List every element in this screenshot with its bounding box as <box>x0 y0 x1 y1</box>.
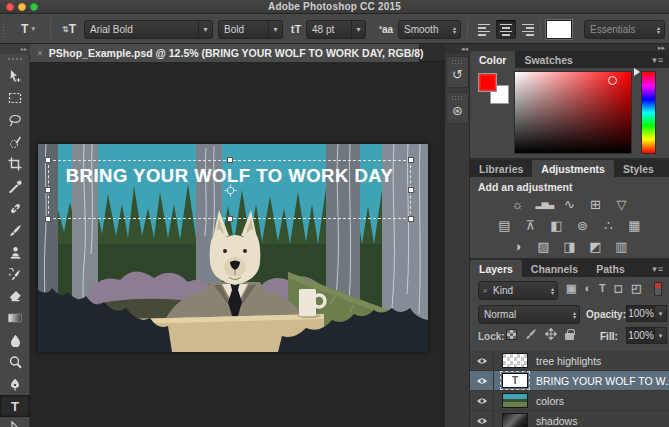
adjustment-brightness-contrast-icon[interactable]: ☼ <box>510 197 526 212</box>
tool-crop[interactable] <box>0 153 30 175</box>
layer-row-tree-highlights[interactable]: tree highlights <box>470 351 669 371</box>
align-right-button[interactable] <box>518 20 538 39</box>
transform-handle-middle-right[interactable] <box>408 187 414 193</box>
layer-name[interactable]: shadows <box>536 415 577 427</box>
anti-alias-select[interactable]: Smooth ▴▾ <box>398 20 461 39</box>
layer-row-shadows[interactable]: shadows <box>470 411 669 427</box>
lock-all-icon[interactable] <box>565 333 574 340</box>
saturation-brightness-field[interactable] <box>514 71 632 154</box>
tool-eyedropper[interactable] <box>0 175 30 197</box>
transform-reference-point-icon[interactable] <box>224 184 237 197</box>
adjustment-black-and-white-icon[interactable]: ◧ <box>549 218 565 233</box>
tool-blur[interactable] <box>0 329 30 351</box>
fill-value[interactable]: 100% <box>626 327 656 344</box>
layer-thumbnail[interactable] <box>502 413 528 427</box>
layer-thumbnail[interactable]: T <box>502 373 528 388</box>
tool-eraser[interactable] <box>0 285 30 307</box>
font-style-select[interactable]: Bold ▾ <box>218 20 283 39</box>
adjustment-threshold-icon[interactable]: ◨ <box>562 239 578 254</box>
transform-handle-bottom-right[interactable] <box>408 216 414 222</box>
lock-transparent-pixels-icon[interactable] <box>506 329 517 340</box>
transform-handle-top-left[interactable] <box>45 157 51 163</box>
tool-path-selection[interactable] <box>0 417 30 427</box>
filter-smart-object-icon[interactable]: ◰ <box>631 282 641 295</box>
panel-menu-icon[interactable]: ▾≡ <box>646 51 669 68</box>
adjustment-channel-mixer-icon[interactable]: ∴ <box>601 218 617 233</box>
adjustment-color-lookup-icon[interactable]: ▦ <box>627 218 643 233</box>
transform-handle-middle-left[interactable] <box>45 187 51 193</box>
adjustment-color-balance-icon[interactable]: ⊼ <box>523 218 539 233</box>
blend-mode-select[interactable]: Normal ▴▾ <box>478 305 580 324</box>
layer-thumbnail[interactable] <box>502 353 528 368</box>
tool-brush[interactable] <box>0 219 30 241</box>
tab-adjustments[interactable]: Adjustments <box>532 160 614 177</box>
tool-type[interactable]: T <box>0 395 30 417</box>
dock-collapse-icon[interactable]: ▸▸ <box>470 44 669 51</box>
font-family-select[interactable]: Arial Bold ▾ <box>84 20 213 39</box>
device-preview-panel-button[interactable]: ⊛ <box>446 92 469 124</box>
tool-pen[interactable] <box>0 373 30 395</box>
visibility-toggle[interactable] <box>470 411 494 427</box>
tab-layers[interactable]: Layers <box>470 260 522 277</box>
tab-swatches[interactable]: Swatches <box>515 51 581 68</box>
color-field-cursor[interactable] <box>608 76 617 85</box>
layer-name[interactable]: colors <box>536 395 564 407</box>
tab-styles[interactable]: Styles <box>614 160 663 177</box>
panel-menu-icon[interactable]: ▾≡ <box>646 260 669 277</box>
layer-row-headline-text[interactable]: T BRING YOUR WOLF TO W... <box>470 371 669 391</box>
tab-color[interactable]: Color <box>470 51 515 68</box>
adjustment-selective-color-icon[interactable]: ▥ <box>614 239 630 254</box>
opacity-dropdown-icon[interactable]: ▾ <box>654 305 667 322</box>
layer-filter-toggle[interactable] <box>654 282 662 296</box>
document-tab[interactable]: × PShop_Example.psd @ 12.5% (BRING YOUR … <box>30 44 420 62</box>
transform-handle-top-center[interactable] <box>227 157 233 163</box>
tab-libraries[interactable]: Libraries <box>470 160 532 177</box>
hue-slider[interactable] <box>641 71 656 154</box>
filter-type-layers-icon[interactable]: T <box>599 282 606 295</box>
adjustment-gradient-map-icon[interactable]: ◩ <box>588 239 604 254</box>
tool-preset-button[interactable]: T ▾ <box>12 19 44 39</box>
opacity-value[interactable]: 100% <box>626 305 656 322</box>
font-size-select[interactable]: 48 pt ▾ <box>306 20 366 39</box>
tool-clone-stamp[interactable] <box>0 241 30 263</box>
panel-menu-icon[interactable]: ▾≡ <box>663 160 669 177</box>
visibility-toggle[interactable] <box>470 391 494 411</box>
tool-lasso[interactable] <box>0 109 30 131</box>
layer-row-colors[interactable]: colors <box>470 391 669 411</box>
tool-dodge[interactable] <box>0 351 30 373</box>
layer-thumbnail[interactable] <box>502 393 528 408</box>
options-bar-grip[interactable] <box>2 20 6 38</box>
tab-channels[interactable]: Channels <box>522 260 587 277</box>
foreground-color-swatch[interactable] <box>478 73 497 92</box>
dock-expand-icon[interactable]: ◂◂ <box>445 44 470 54</box>
tool-quick-selection[interactable] <box>0 131 30 153</box>
adjustment-exposure-icon[interactable]: ⊞ <box>588 197 604 212</box>
visibility-toggle[interactable] <box>470 371 494 391</box>
transform-handle-top-right[interactable] <box>408 157 414 163</box>
transform-selection-box[interactable]: BRING YOUR WOLF TO WORK DAY <box>48 160 411 219</box>
adjustment-levels-icon[interactable]: ▂▅▃ <box>536 197 552 212</box>
filter-shape-layers-icon[interactable]: ◻ <box>614 282 623 295</box>
toolbar-grip[interactable] <box>7 57 23 61</box>
transform-handle-bottom-center[interactable] <box>227 216 233 222</box>
lock-position-icon[interactable] <box>545 328 557 340</box>
filter-adjustment-layers-icon[interactable]: ◐ <box>584 282 591 295</box>
visibility-toggle[interactable] <box>470 351 494 371</box>
adjustment-vibrance-icon[interactable]: ▽ <box>614 197 630 212</box>
close-tab-icon[interactable]: × <box>37 48 43 59</box>
tool-rectangular-marquee[interactable] <box>0 87 30 109</box>
tool-spot-healing-brush[interactable] <box>0 197 30 219</box>
filter-pixel-layers-icon[interactable]: ▣ <box>566 282 576 295</box>
tool-history-brush[interactable] <box>0 263 30 285</box>
adjustment-photo-filter-icon[interactable]: ⊚ <box>575 218 591 233</box>
layer-name[interactable]: tree highlights <box>536 355 601 367</box>
workspace-select[interactable]: Essentials ▴▾ <box>584 20 665 39</box>
fill-dropdown-icon[interactable]: ▾ <box>654 327 667 344</box>
toolbar-collapse-icon[interactable]: ▸▸ <box>0 44 30 54</box>
text-orientation-button[interactable]: ⇅T <box>57 19 81 39</box>
canvas-area[interactable]: BRING YOUR WOLF TO WORK DAY <box>30 62 445 427</box>
align-center-button[interactable] <box>496 20 516 39</box>
transform-handle-bottom-left[interactable] <box>45 216 51 222</box>
adjustment-hue-saturation-icon[interactable]: ▤ <box>497 218 513 233</box>
adjustment-curves-icon[interactable]: ∿ <box>562 197 578 212</box>
